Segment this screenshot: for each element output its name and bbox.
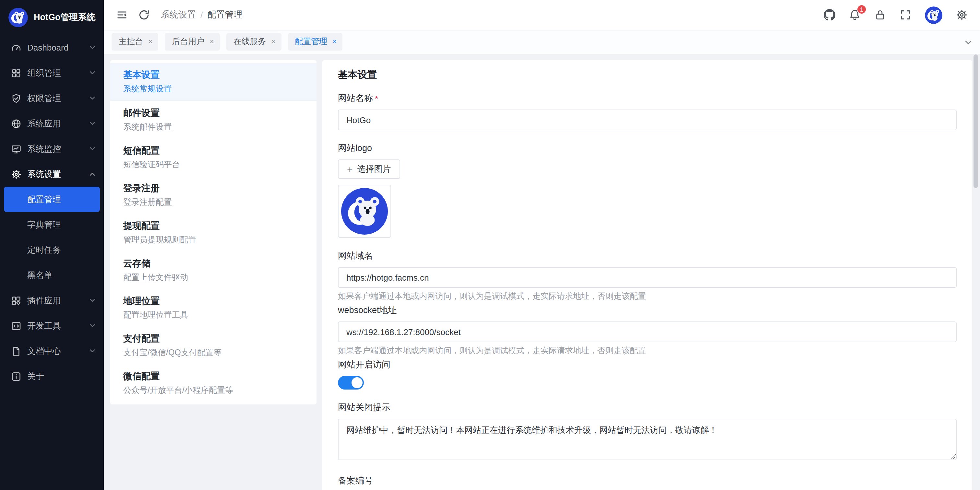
breadcrumb-parent[interactable]: 系统设置: [161, 9, 196, 21]
settings-nav-title: 邮件设置: [123, 106, 304, 120]
settings-nav-basic[interactable]: 基本设置 系统常规设置: [110, 63, 317, 101]
settings-nav-cloud-storage[interactable]: 云存储 配置上传文件驱动: [110, 252, 317, 289]
lock-icon[interactable]: [874, 9, 886, 21]
dashboard-icon: [11, 43, 21, 53]
site-domain-input[interactable]: [338, 267, 957, 288]
sidebar-item-label: Dashboard: [27, 43, 83, 52]
settings-nav-subtitle: 配置地理位置工具: [123, 309, 304, 322]
fullscreen-icon[interactable]: [900, 9, 911, 21]
site-logo-label: 网站logo: [338, 143, 372, 154]
select-image-label: 选择图片: [357, 163, 391, 175]
tab-options-chevron-icon[interactable]: [963, 36, 974, 47]
grid-icon: [11, 68, 21, 78]
close-icon[interactable]: ×: [210, 38, 214, 46]
settings-nav-title: 微信配置: [123, 369, 304, 383]
sidebar-item-scheduled-tasks[interactable]: 定时任务: [0, 237, 104, 263]
chevron-down-icon: [89, 145, 96, 152]
sidebar-item-label: 权限管理: [27, 92, 83, 104]
notifications[interactable]: 1: [849, 9, 861, 21]
settings-nav-title: 短信配置: [123, 144, 304, 157]
websocket-input[interactable]: [338, 322, 957, 342]
settings-nav-subtitle: 系统邮件设置: [123, 121, 304, 133]
sidebar-item-config-management[interactable]: 配置管理: [4, 187, 100, 212]
sidebar-item-label: 插件应用: [27, 295, 83, 306]
breadcrumb-current: 配置管理: [208, 9, 243, 21]
breadcrumb: 系统设置 / 配置管理: [161, 9, 243, 21]
sidebar: HotGo管理系统 Dashboard 组织管理: [0, 0, 104, 490]
tab-label: 在线服务: [234, 36, 266, 47]
sidebar-item-system-app[interactable]: 系统应用: [0, 111, 104, 136]
sidebar-item-label: 关于: [27, 370, 96, 382]
site-domain-hint: 如果客户端通过本地或内网访问，则认为是调试模式，走实际请求地址，否则走该配置: [338, 291, 957, 302]
vertical-scrollbar[interactable]: [974, 54, 978, 188]
sidebar-item-dashboard[interactable]: Dashboard: [0, 35, 104, 60]
settings-gear-icon[interactable]: [956, 9, 968, 21]
tab-label: 主控台: [119, 36, 143, 47]
app-title: HotGo管理系统: [34, 12, 95, 23]
document-icon: [11, 346, 21, 356]
site-domain-label: 网站域名: [338, 250, 373, 262]
settings-nav-title: 提现配置: [123, 219, 304, 233]
site-name-label: 网站名称: [338, 93, 373, 105]
github-icon[interactable]: [824, 9, 835, 21]
websocket-label: websocket地址: [338, 304, 397, 316]
sidebar-item-label: 系统设置: [27, 168, 83, 180]
field-site-logo: 网站logo + 选择图片: [338, 143, 957, 238]
site-open-toggle[interactable]: [338, 376, 364, 390]
settings-nav-login-register[interactable]: 登录注册 登录注册配置: [110, 176, 317, 214]
close-icon[interactable]: ×: [271, 38, 275, 46]
settings-nav-wechat[interactable]: 微信配置 公众号/开放平台/小程序配置等: [110, 364, 317, 402]
close-icon[interactable]: ×: [148, 38, 153, 46]
sidebar-item-dev-tools[interactable]: 开发工具: [0, 313, 104, 338]
tab-admin-users[interactable]: 后台用户 ×: [165, 33, 220, 51]
sidebar-item-organization[interactable]: 组织管理: [0, 60, 104, 86]
required-asterisk: *: [375, 94, 378, 103]
tab-bar: 主控台 × 后台用户 × 在线服务 × 配置管理 ×: [104, 30, 980, 54]
settings-nav-email[interactable]: 邮件设置 系统邮件设置: [110, 101, 317, 139]
sidebar-item-system-settings[interactable]: 系统设置: [0, 162, 104, 187]
sidebar-item-dictionary-management[interactable]: 字典管理: [0, 212, 104, 237]
close-tip-label: 网站关闭提示: [338, 402, 390, 414]
icp-label: 备案编号: [338, 475, 373, 487]
sidebar-item-permission[interactable]: 权限管理: [0, 86, 104, 111]
header-actions: 1: [824, 6, 968, 24]
sidebar-item-system-monitor[interactable]: 系统监控: [0, 136, 104, 162]
settings-nav-geo[interactable]: 地理位置 配置地理位置工具: [110, 289, 317, 327]
close-icon[interactable]: ×: [332, 38, 337, 46]
site-logo-preview[interactable]: [338, 185, 391, 238]
websocket-hint: 如果客户端通过本地或内网访问，则认为是调试模式，走实际请求地址，否则走该配置: [338, 346, 957, 357]
tab-label: 后台用户: [172, 36, 204, 47]
refresh-icon[interactable]: [138, 9, 150, 21]
settings-nav-withdraw[interactable]: 提现配置 管理员提现规则配置: [110, 214, 317, 252]
tab-config-management[interactable]: 配置管理 ×: [288, 33, 342, 51]
collapse-sidebar-icon[interactable]: [116, 9, 128, 21]
settings-nav-subtitle: 支付宝/微信/QQ支付配置等: [123, 347, 304, 359]
main-area: 系统设置 / 配置管理 1: [104, 0, 980, 490]
select-image-button[interactable]: + 选择图片: [338, 159, 400, 179]
site-name-input[interactable]: [338, 109, 957, 130]
info-icon: [11, 371, 21, 381]
tab-console[interactable]: 主控台 ×: [111, 33, 158, 51]
settings-nav-subtitle: 系统常规设置: [123, 83, 304, 95]
chevron-up-icon: [89, 170, 96, 178]
globe-icon: [11, 118, 21, 128]
settings-nav-title: 登录注册: [123, 181, 304, 195]
sidebar-subitem-label: 字典管理: [27, 219, 61, 230]
field-websocket: websocket地址 如果客户端通过本地或内网访问，则认为是调试模式，走实际请…: [338, 304, 957, 357]
tab-online-service[interactable]: 在线服务 ×: [226, 33, 281, 51]
sidebar-item-docs-center[interactable]: 文档中心: [0, 338, 104, 364]
sidebar-item-label: 系统监控: [27, 143, 83, 155]
sidebar-item-about[interactable]: 关于: [0, 364, 104, 389]
settings-nav-payment[interactable]: 支付配置 支付宝/微信/QQ支付配置等: [110, 327, 317, 364]
close-tip-textarea[interactable]: 网站维护中，暂时无法访问！本网站正在进行系统维护和技术升级，网站暂时无法访问，敬…: [338, 419, 957, 460]
settings-nav-subtitle: 公众号/开放平台/小程序配置等: [123, 384, 304, 396]
sidebar-subitem-label: 黑名单: [27, 269, 52, 281]
sidebar-item-blacklist[interactable]: 黑名单: [0, 263, 104, 288]
field-close-tip: 网站关闭提示 网站维护中，暂时无法访问！本网站正在进行系统维护和技术升级，网站暂…: [338, 402, 957, 463]
sidebar-item-plugin-app[interactable]: 插件应用: [0, 288, 104, 313]
user-avatar[interactable]: [925, 6, 942, 24]
settings-nav-sms[interactable]: 短信配置 短信验证码平台: [110, 139, 317, 176]
top-header: 系统设置 / 配置管理 1: [104, 0, 980, 30]
brand[interactable]: HotGo管理系统: [0, 0, 104, 35]
settings-nav-subtitle: 短信验证码平台: [123, 159, 304, 171]
